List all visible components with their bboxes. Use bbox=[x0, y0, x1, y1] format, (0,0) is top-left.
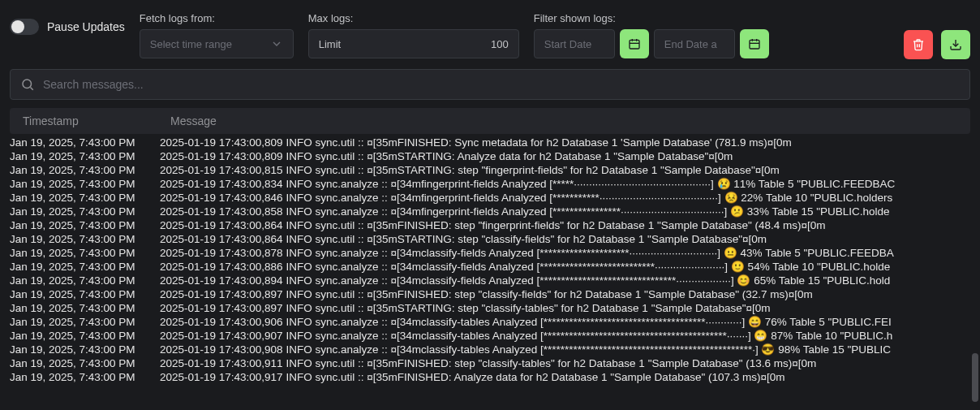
limit-value: 100 bbox=[491, 38, 509, 50]
calendar-icon bbox=[748, 37, 761, 50]
column-message: Message bbox=[170, 114, 957, 127]
table-header: Timestamp Message bbox=[10, 108, 970, 134]
end-date-picker-button[interactable] bbox=[740, 29, 769, 58]
log-message: 2025-01-19 17:43:00,907 INFO sync.analyz… bbox=[160, 329, 970, 343]
trash-icon bbox=[912, 38, 925, 51]
max-logs-input[interactable]: Limit 100 bbox=[308, 29, 519, 58]
action-row bbox=[904, 30, 970, 59]
log-message: 2025-01-19 17:43:00,864 INFO sync.util :… bbox=[160, 218, 970, 232]
log-row: Jan 19, 2025, 7:43:00 PM2025-01-19 17:43… bbox=[0, 163, 980, 177]
log-timestamp: Jan 19, 2025, 7:43:00 PM bbox=[10, 177, 160, 191]
log-message: 2025-01-19 17:43:00,858 INFO sync.analyz… bbox=[160, 205, 970, 218]
log-row: Jan 19, 2025, 7:43:00 PM2025-01-19 17:43… bbox=[0, 232, 980, 246]
date-row bbox=[534, 29, 769, 58]
scrollbar[interactable] bbox=[972, 353, 978, 402]
log-row: Jan 19, 2025, 7:43:00 PM2025-01-19 17:43… bbox=[0, 343, 980, 356]
log-row: Jan 19, 2025, 7:43:00 PM2025-01-19 17:43… bbox=[0, 177, 980, 191]
time-range-select[interactable]: Select time range bbox=[140, 29, 294, 58]
log-row: Jan 19, 2025, 7:43:00 PM2025-01-19 17:43… bbox=[0, 246, 980, 260]
log-row: Jan 19, 2025, 7:43:00 PM2025-01-19 17:43… bbox=[0, 287, 980, 301]
log-timestamp: Jan 19, 2025, 7:43:00 PM bbox=[10, 370, 160, 384]
log-message: 2025-01-19 17:43:00,809 INFO sync.util :… bbox=[160, 149, 970, 163]
log-timestamp: Jan 19, 2025, 7:43:00 PM bbox=[10, 274, 160, 287]
log-timestamp: Jan 19, 2025, 7:43:00 PM bbox=[10, 356, 160, 370]
log-timestamp: Jan 19, 2025, 7:43:00 PM bbox=[10, 136, 160, 149]
log-message: 2025-01-19 17:43:00,886 INFO sync.analyz… bbox=[160, 260, 970, 274]
toolbar: Pause Updates Fetch logs from: Select ti… bbox=[0, 0, 980, 69]
log-timestamp: Jan 19, 2025, 7:43:00 PM bbox=[10, 287, 160, 301]
log-row: Jan 19, 2025, 7:43:00 PM2025-01-19 17:43… bbox=[0, 205, 980, 218]
fetch-label: Fetch logs from: bbox=[140, 12, 294, 24]
search-box bbox=[10, 69, 970, 100]
log-row: Jan 19, 2025, 7:43:00 PM2025-01-19 17:43… bbox=[0, 301, 980, 315]
log-message: 2025-01-19 17:43:00,897 INFO sync.util :… bbox=[160, 287, 970, 301]
maxlogs-field: Max logs: Limit 100 bbox=[308, 12, 519, 58]
column-timestamp: Timestamp bbox=[23, 114, 170, 127]
log-message: 2025-01-19 17:43:00,894 INFO sync.analyz… bbox=[160, 274, 970, 287]
log-message: 2025-01-19 17:43:00,815 INFO sync.util :… bbox=[160, 163, 970, 177]
select-placeholder: Select time range bbox=[150, 38, 232, 50]
log-message: 2025-01-19 17:43:00,809 INFO sync.util :… bbox=[160, 136, 970, 149]
toggle-knob bbox=[11, 20, 24, 33]
log-timestamp: Jan 19, 2025, 7:43:00 PM bbox=[10, 329, 160, 343]
svg-rect-0 bbox=[630, 40, 639, 49]
log-timestamp: Jan 19, 2025, 7:43:00 PM bbox=[10, 315, 160, 329]
search-icon bbox=[20, 77, 35, 92]
log-message: 2025-01-19 17:43:00,911 INFO sync.util :… bbox=[160, 356, 970, 370]
log-message: 2025-01-19 17:43:00,834 INFO sync.analyz… bbox=[160, 177, 970, 191]
log-row: Jan 19, 2025, 7:43:00 PM2025-01-19 17:43… bbox=[0, 370, 980, 384]
download-icon bbox=[949, 38, 962, 51]
log-timestamp: Jan 19, 2025, 7:43:00 PM bbox=[10, 205, 160, 218]
log-timestamp: Jan 19, 2025, 7:43:00 PM bbox=[10, 218, 160, 232]
log-message: 2025-01-19 17:43:00,846 INFO sync.analyz… bbox=[160, 191, 970, 205]
log-timestamp: Jan 19, 2025, 7:43:00 PM bbox=[10, 343, 160, 356]
log-row: Jan 19, 2025, 7:43:00 PM2025-01-19 17:43… bbox=[0, 315, 980, 329]
pause-toggle[interactable] bbox=[10, 19, 39, 35]
chevron-down-icon bbox=[270, 37, 283, 50]
filter-label: Filter shown logs: bbox=[534, 12, 769, 24]
svg-point-9 bbox=[23, 80, 32, 88]
log-row: Jan 19, 2025, 7:43:00 PM2025-01-19 17:43… bbox=[0, 260, 980, 274]
maxlogs-label: Max logs: bbox=[308, 12, 519, 24]
log-timestamp: Jan 19, 2025, 7:43:00 PM bbox=[10, 260, 160, 274]
search-row bbox=[0, 69, 980, 108]
svg-rect-4 bbox=[750, 40, 759, 49]
log-row: Jan 19, 2025, 7:43:00 PM2025-01-19 17:43… bbox=[0, 329, 980, 343]
log-body: Jan 19, 2025, 7:43:00 PM2025-01-19 17:43… bbox=[0, 134, 980, 384]
search-input[interactable] bbox=[43, 78, 960, 91]
log-timestamp: Jan 19, 2025, 7:43:00 PM bbox=[10, 246, 160, 260]
log-row: Jan 19, 2025, 7:43:00 PM2025-01-19 17:43… bbox=[0, 191, 980, 205]
log-message: 2025-01-19 17:43:00,897 INFO sync.util :… bbox=[160, 301, 970, 315]
log-timestamp: Jan 19, 2025, 7:43:00 PM bbox=[10, 301, 160, 315]
log-timestamp: Jan 19, 2025, 7:43:00 PM bbox=[10, 191, 160, 205]
calendar-icon bbox=[628, 37, 641, 50]
log-message: 2025-01-19 17:43:00,864 INFO sync.util :… bbox=[160, 232, 970, 246]
log-message: 2025-01-19 17:43:00,878 INFO sync.analyz… bbox=[160, 246, 970, 260]
log-row: Jan 19, 2025, 7:43:00 PM2025-01-19 17:43… bbox=[0, 136, 980, 149]
end-date-input[interactable] bbox=[654, 29, 735, 58]
log-row: Jan 19, 2025, 7:43:00 PM2025-01-19 17:43… bbox=[0, 274, 980, 287]
download-button[interactable] bbox=[941, 30, 970, 59]
svg-line-10 bbox=[30, 87, 32, 89]
delete-button[interactable] bbox=[904, 30, 933, 59]
log-row: Jan 19, 2025, 7:43:00 PM2025-01-19 17:43… bbox=[0, 149, 980, 163]
log-row: Jan 19, 2025, 7:43:00 PM2025-01-19 17:43… bbox=[0, 356, 980, 370]
fetch-field: Fetch logs from: Select time range bbox=[140, 12, 294, 58]
log-message: 2025-01-19 17:43:00,908 INFO sync.analyz… bbox=[160, 343, 970, 356]
log-timestamp: Jan 19, 2025, 7:43:00 PM bbox=[10, 163, 160, 177]
log-row: Jan 19, 2025, 7:43:00 PM2025-01-19 17:43… bbox=[0, 218, 980, 232]
pause-label: Pause Updates bbox=[47, 20, 125, 33]
log-message: 2025-01-19 17:43:00,906 INFO sync.analyz… bbox=[160, 315, 970, 329]
limit-placeholder: Limit bbox=[319, 38, 341, 50]
log-message: 2025-01-19 17:43:00,917 INFO sync.util :… bbox=[160, 370, 970, 384]
pause-toggle-group: Pause Updates bbox=[10, 19, 125, 35]
log-timestamp: Jan 19, 2025, 7:43:00 PM bbox=[10, 232, 160, 246]
start-date-input[interactable] bbox=[534, 29, 615, 58]
log-timestamp: Jan 19, 2025, 7:43:00 PM bbox=[10, 149, 160, 163]
start-date-picker-button[interactable] bbox=[620, 29, 649, 58]
filter-field: Filter shown logs: bbox=[534, 12, 769, 58]
